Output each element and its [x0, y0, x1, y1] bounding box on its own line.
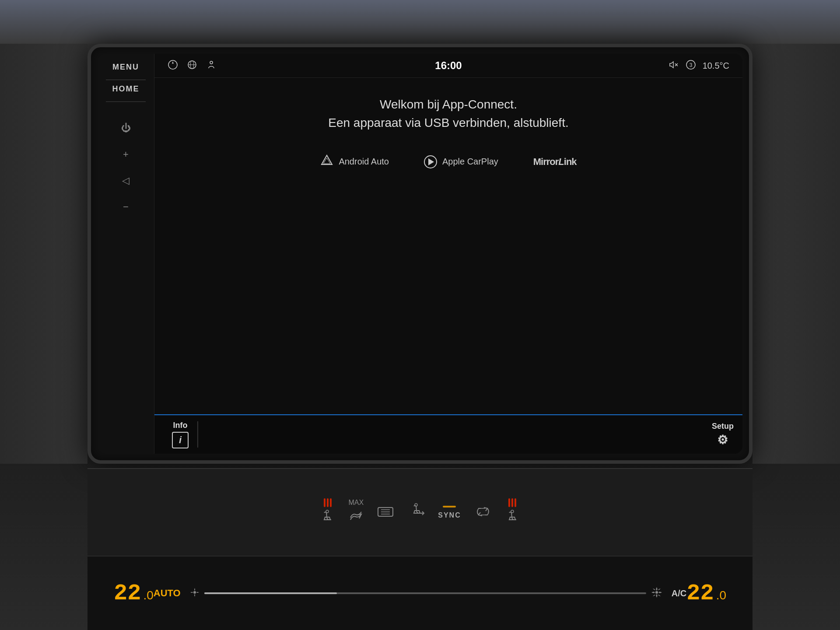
bottom-divider	[197, 421, 198, 448]
home-label[interactable]: HOME	[112, 84, 140, 94]
defrost-icon	[348, 509, 364, 526]
seat-vent-icon	[407, 503, 425, 522]
main-content: 16:00 3	[154, 54, 742, 454]
welcome-line1: Welkom bij App-Connect.	[328, 95, 568, 114]
volume-down-button[interactable]: −	[117, 198, 135, 216]
person-icon	[206, 60, 217, 72]
volume-icon: ◁	[117, 172, 135, 189]
info-label: Info	[173, 421, 188, 430]
setup-label: Setup	[712, 422, 734, 431]
apple-carplay-label: Apple CarPlay	[442, 157, 498, 167]
infotainment-screen: MENU HOME ⏻ + ◁ −	[98, 54, 742, 454]
seat-heat-left-indicator	[324, 498, 332, 507]
app-connect-options: Android Auto Apple CarPlay MirrorLink	[320, 154, 576, 169]
top-dashboard-trim	[0, 0, 840, 44]
right-temp-number: 22	[686, 581, 714, 606]
globe-icon	[187, 60, 197, 72]
status-time: 16:00	[435, 60, 462, 72]
play-triangle-icon	[428, 158, 434, 165]
indicator-line-r1	[508, 498, 510, 507]
svg-marker-9	[322, 155, 332, 164]
navigation-icon	[168, 60, 178, 72]
rear-defrost-icon	[377, 504, 394, 521]
sync-button[interactable]: SYNC	[438, 506, 461, 519]
svg-text:3: 3	[689, 62, 692, 68]
left-temp-decimal: .0	[143, 588, 153, 602]
fan-high-icon	[651, 586, 663, 600]
fan-slider-fill	[204, 592, 337, 594]
screen-bezel: MENU HOME ⏻ + ◁ −	[88, 44, 752, 464]
status-left-icons	[168, 60, 217, 72]
right-dashboard-trim	[752, 44, 840, 464]
android-auto-icon	[320, 154, 333, 169]
fan-low-icon	[189, 587, 200, 599]
seat-heat-right-indicator	[508, 498, 516, 507]
left-dashboard-trim	[0, 44, 88, 464]
seat-icon-right	[505, 509, 520, 526]
sync-indicator	[443, 506, 456, 508]
fan-slider-track	[204, 592, 646, 594]
left-temperature-display: 22 .0	[114, 581, 154, 606]
apple-carplay-option[interactable]: Apple CarPlay	[424, 155, 498, 168]
ac-button[interactable]: A/C	[672, 588, 686, 598]
welcome-line2: Een apparaat via USB verbinden, alstubli…	[328, 114, 568, 132]
indicator-line-1	[324, 498, 326, 507]
android-auto-label: Android Auto	[339, 157, 389, 167]
mute-icon	[668, 60, 679, 72]
svg-point-11	[326, 510, 329, 513]
max-defrost-button[interactable]: MAX	[348, 499, 364, 526]
seat-heat-left-button[interactable]	[320, 498, 335, 526]
android-auto-option[interactable]: Android Auto	[320, 154, 389, 169]
svg-point-17	[511, 510, 514, 513]
indicator-line-r3	[514, 498, 516, 507]
climate-buttons: MAX	[88, 468, 752, 556]
status-bar: 16:00 3	[154, 54, 742, 78]
seat-heat-right-button[interactable]	[505, 498, 520, 526]
carplay-icon	[424, 155, 437, 168]
indicator-line-3	[330, 498, 332, 507]
air-distribution-button[interactable]	[407, 503, 425, 522]
power-button[interactable]: ⏻	[117, 119, 135, 137]
right-temperature-display: 22 .0	[686, 581, 726, 606]
fan-speed-slider[interactable]	[181, 586, 672, 600]
auto-label: AUTO	[154, 588, 181, 599]
indicator-line-r2	[511, 498, 513, 507]
setup-button[interactable]: Setup ⚙	[712, 422, 734, 447]
mirrorlink-label: MirrorLink	[533, 156, 577, 168]
rear-defrost-button[interactable]	[377, 504, 394, 521]
sidebar-controls: ⏻ + ◁ −	[117, 119, 135, 216]
sync-label: SYNC	[438, 511, 461, 519]
left-temp-number: 22	[114, 581, 141, 606]
setup-icon: ⚙	[717, 433, 728, 447]
volume-up-button[interactable]: +	[117, 146, 135, 163]
svg-point-4	[210, 61, 213, 64]
svg-point-19	[655, 591, 658, 594]
climate-controls: MAX	[88, 468, 752, 630]
status-bar-inner: 16:00 3	[168, 60, 729, 72]
indicator-line-2	[327, 498, 329, 507]
sidebar-divider-top	[106, 80, 145, 80]
info-button[interactable]: Info i	[172, 421, 189, 448]
sidebar: MENU HOME ⏻ + ◁ −	[98, 54, 154, 454]
climate-temperature-row: 22 .0 AUTO	[88, 556, 752, 630]
recirculation-button[interactable]	[474, 504, 492, 521]
menu-label[interactable]: MENU	[112, 63, 139, 72]
outside-temperature: 10.5°C	[703, 61, 729, 71]
info-icon: i	[172, 432, 189, 448]
seat-icon-left	[320, 509, 335, 526]
svg-point-18	[193, 591, 196, 594]
circle3-icon: 3	[686, 60, 696, 72]
status-right-icons: 3 10.5°C	[668, 60, 729, 72]
max-defrost-label: MAX	[348, 499, 364, 507]
welcome-area: Welkom bij App-Connect. Een apparaat via…	[154, 78, 742, 414]
bottom-action-bar: Info i Setup ⚙	[154, 414, 742, 454]
sidebar-divider-bottom	[106, 102, 145, 102]
welcome-message: Welkom bij App-Connect. Een apparaat via…	[328, 95, 568, 132]
recirculation-icon	[474, 504, 492, 521]
right-temp-decimal: .0	[716, 588, 726, 602]
mirrorlink-option[interactable]: MirrorLink	[533, 156, 577, 168]
